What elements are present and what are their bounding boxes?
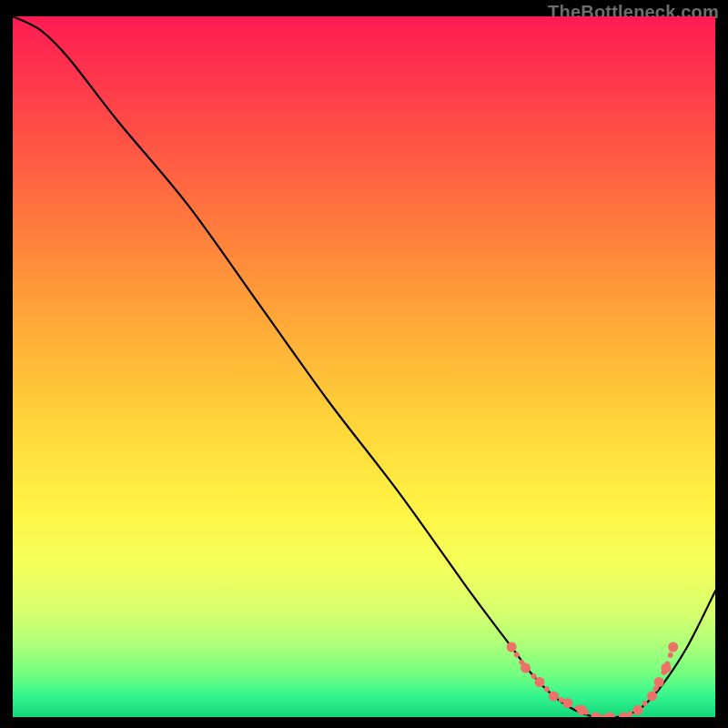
marker-dot bbox=[521, 663, 531, 673]
marker-dot bbox=[535, 677, 545, 687]
marker-dot bbox=[562, 698, 572, 708]
marker-dot bbox=[647, 691, 657, 701]
chart-stage: TheBottleneck.com bbox=[0, 0, 728, 728]
marker-dot bbox=[507, 642, 517, 652]
marker-dot bbox=[668, 642, 678, 652]
chart-plot bbox=[13, 16, 715, 717]
marker-dot bbox=[654, 677, 664, 687]
marker-dot bbox=[549, 691, 559, 701]
marker-dot bbox=[577, 705, 587, 715]
marker-dot bbox=[633, 705, 643, 715]
marker-dot bbox=[661, 663, 671, 673]
